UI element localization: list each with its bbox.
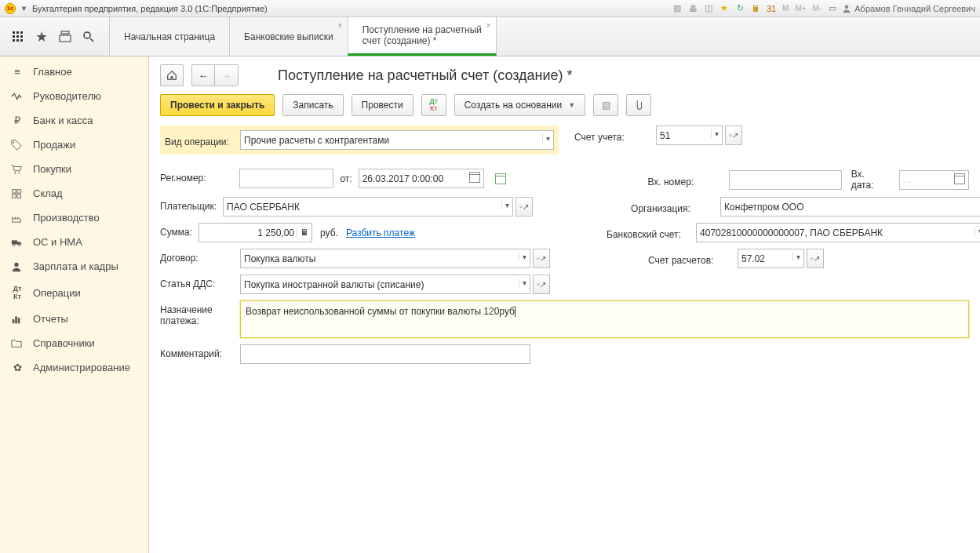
calculator-icon[interactable]: 🖩 bbox=[749, 2, 762, 15]
post-button[interactable]: Провести bbox=[352, 94, 413, 116]
calendar-icon[interactable]: 31 bbox=[765, 2, 778, 15]
document-flag-icon[interactable] bbox=[492, 169, 509, 188]
optype-combo[interactable]: Прочие расчеты с контрагентами bbox=[240, 130, 554, 150]
bank-acc-combo[interactable]: 40702810000000000007, ПАО СБЕРБАНК bbox=[696, 223, 980, 242]
row-dds: Статья ДДС: Покупка иностранной валюты (… bbox=[160, 275, 969, 294]
document-icon-button[interactable]: ▤ bbox=[593, 94, 618, 116]
print-icon[interactable]: 🖶 bbox=[687, 2, 699, 15]
user-name[interactable]: Абрамов Геннадий Сергеевич bbox=[854, 4, 975, 13]
compare-icon[interactable]: ◫ bbox=[702, 2, 715, 15]
sidebar-item-label: Операции bbox=[33, 287, 81, 299]
date-label: от: bbox=[337, 173, 355, 184]
contract-combo[interactable]: Покупка валюты bbox=[240, 249, 530, 268]
tab-receipt[interactable]: Поступление на расчетный счет (создание)… bbox=[348, 17, 497, 56]
calendar-icon[interactable] bbox=[954, 173, 965, 187]
svg-rect-19 bbox=[13, 194, 16, 197]
favorite-icon[interactable]: ★ bbox=[718, 2, 730, 15]
org-combo[interactable]: Конфетпром ООО bbox=[720, 197, 980, 216]
tab-bank-statements[interactable]: Банковские выписки × bbox=[229, 17, 348, 56]
expand-button[interactable]: ▫↗ bbox=[533, 275, 550, 294]
sidebar-item-production[interactable]: Производство bbox=[0, 206, 148, 230]
comment-label: Комментарий: bbox=[160, 344, 234, 359]
row-comment: Комментарий: bbox=[160, 344, 969, 364]
menu-icon: ≡ bbox=[11, 66, 24, 78]
tabs: Начальная страница Банковские выписки × … bbox=[110, 17, 497, 56]
settle-acc-combo[interactable]: 57.02 bbox=[738, 249, 804, 268]
sidebar-item-assets[interactable]: ОС и НМА bbox=[0, 230, 148, 254]
close-icon[interactable]: × bbox=[337, 20, 342, 30]
svg-point-14 bbox=[13, 141, 15, 143]
search-icon[interactable] bbox=[82, 30, 96, 44]
sidebar-item-label: Администрирование bbox=[33, 362, 130, 373]
row-sum: Сумма: 1 250,00 🖩 руб. Разбить платеж Ба… bbox=[160, 223, 969, 242]
svg-point-24 bbox=[14, 262, 18, 266]
create-based-on-button[interactable]: Создать на основании▼ bbox=[454, 94, 585, 116]
close-icon[interactable]: × bbox=[486, 20, 491, 30]
calculator-icon[interactable]: 🖩 bbox=[297, 228, 308, 237]
app-title: Бухгалтерия предприятия, редакция 3.0 (1… bbox=[32, 4, 268, 13]
svg-rect-4 bbox=[13, 35, 15, 38]
comment-input[interactable] bbox=[240, 344, 530, 364]
back-button[interactable]: ← bbox=[191, 64, 215, 86]
sidebar-item-operations[interactable]: ДтКтОперации bbox=[0, 278, 148, 307]
svg-rect-20 bbox=[17, 194, 20, 197]
m-icon[interactable]: М bbox=[781, 4, 790, 13]
star-icon[interactable]: ★ bbox=[35, 30, 49, 44]
panel-icon[interactable]: ▭ bbox=[826, 2, 839, 15]
dtkt-button[interactable]: ДтКт bbox=[421, 94, 446, 116]
svg-point-12 bbox=[84, 32, 90, 38]
pulse-icon bbox=[11, 91, 24, 102]
expand-button[interactable]: ▫↗ bbox=[516, 197, 533, 216]
attach-button[interactable] bbox=[626, 94, 651, 116]
sidebar-item-catalogs[interactable]: Справочники bbox=[0, 331, 148, 355]
post-and-close-button[interactable]: Провести и закрыть bbox=[160, 94, 275, 116]
row-purpose: Назначениеплатежа: Возврат неиспользован… bbox=[160, 300, 969, 338]
svg-rect-8 bbox=[16, 39, 19, 42]
save-button[interactable]: Записать bbox=[282, 94, 343, 116]
sidebar-item-sales[interactable]: Продажи bbox=[0, 133, 148, 157]
svg-rect-1 bbox=[13, 31, 15, 34]
expand-button[interactable]: ▫↗ bbox=[533, 249, 550, 268]
toolbox-icon[interactable] bbox=[58, 30, 72, 44]
sidebar-item-purchases[interactable]: Покупки bbox=[0, 157, 148, 181]
purpose-textarea[interactable]: Возврат неиспользованной суммы от покупк… bbox=[240, 300, 969, 338]
svg-rect-11 bbox=[60, 35, 71, 42]
dds-combo[interactable]: Покупка иностранной валюты (списание) bbox=[240, 275, 530, 294]
apps-icon[interactable] bbox=[11, 30, 25, 44]
in-date-input[interactable]: . . bbox=[899, 170, 969, 190]
expand-button[interactable]: ▫↗ bbox=[807, 249, 824, 268]
sidebar-item-salary[interactable]: Зарплата и кадры bbox=[0, 254, 148, 278]
m-plus-icon[interactable]: М+ bbox=[793, 4, 807, 13]
chart-icon bbox=[11, 314, 24, 325]
tag-icon bbox=[11, 140, 24, 151]
split-payment-link[interactable]: Разбить платеж bbox=[346, 227, 415, 238]
sum-input[interactable]: 1 250,00 🖩 bbox=[199, 223, 312, 242]
settle-acc-label: Счет расчетов: bbox=[648, 251, 734, 266]
sidebar-item-main[interactable]: ≡Главное bbox=[0, 60, 148, 84]
sidebar-item-reports[interactable]: Отчеты bbox=[0, 307, 148, 331]
home-button[interactable] bbox=[160, 64, 184, 86]
dds-label: Статья ДДС: bbox=[160, 275, 234, 289]
sidebar-item-admin[interactable]: ✿Администрирование bbox=[0, 355, 148, 380]
toolbar: Провести и закрыть Записать Провести ДтК… bbox=[160, 94, 969, 116]
payer-combo[interactable]: ПАО СБЕРБАНК bbox=[223, 197, 513, 216]
m-minus-icon[interactable]: М- bbox=[811, 4, 824, 13]
regnum-input[interactable] bbox=[239, 169, 333, 188]
sidebar-item-bank[interactable]: ₽Банк и касса bbox=[0, 108, 148, 133]
titlebar-toolbar: ▥ 🖶 ◫ ★ ↻ 🖩 31 М М+ М- ▭ Абрамов Геннади… bbox=[671, 2, 975, 15]
forward-button[interactable]: → bbox=[215, 64, 239, 86]
print-preview-icon[interactable]: ▥ bbox=[671, 2, 683, 15]
date-input[interactable]: 26.03.2017 0:00:00 bbox=[359, 169, 484, 188]
expand-button[interactable]: ▫↗ bbox=[725, 126, 742, 145]
calendar-icon[interactable] bbox=[469, 172, 480, 185]
sidebar-item-warehouse[interactable]: Склад bbox=[0, 181, 148, 206]
payer-label: Плательщик: bbox=[160, 197, 217, 212]
in-num-input[interactable] bbox=[729, 170, 842, 190]
dropdown-icon[interactable]: ▼ bbox=[20, 5, 27, 13]
tab-label: Банковские выписки bbox=[244, 31, 333, 42]
history-icon[interactable]: ↻ bbox=[734, 2, 746, 15]
account-combo[interactable]: 51 bbox=[656, 126, 723, 145]
sidebar-item-manager[interactable]: Руководителю bbox=[0, 84, 148, 108]
tab-home[interactable]: Начальная страница bbox=[109, 17, 230, 56]
sidebar-item-label: Покупки bbox=[33, 163, 71, 175]
